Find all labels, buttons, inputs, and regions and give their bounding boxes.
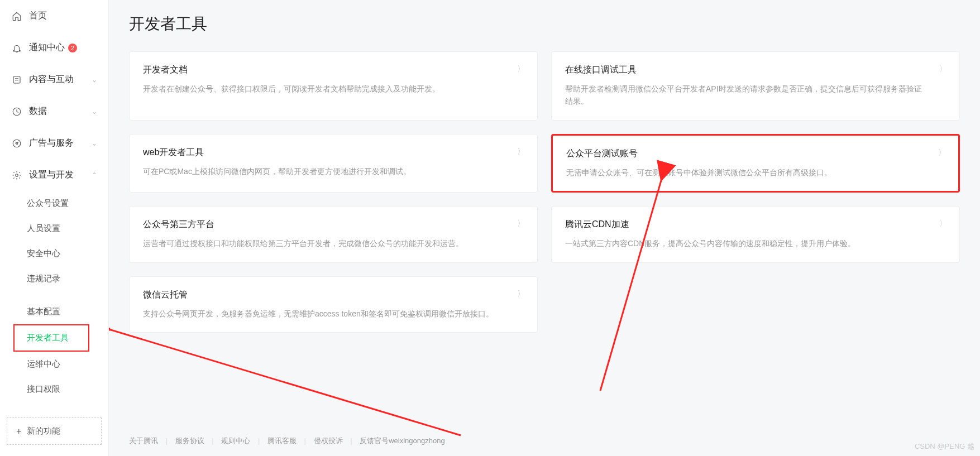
card-desc: 可在PC或Mac上模拟访问微信内网页，帮助开发者更方便地进行开发和调试。	[143, 165, 504, 177]
chevron-right-icon: 〉	[939, 219, 947, 229]
home-icon	[11, 11, 22, 22]
sub-api-permissions[interactable]: 接口权限	[27, 377, 108, 402]
card-test-account[interactable]: 公众平台测试账号 无需申请公众账号、可在测试账号中体验并测试微信公众平台所有高级…	[551, 134, 960, 193]
chevron-right-icon: 〉	[517, 219, 525, 229]
chevron-up-icon: ⌃	[92, 171, 97, 179]
sidebar: 首页 通知中心 2 内容与互动 ⌄ 数据 ⌄	[0, 0, 109, 456]
card-title: 开发者文档	[143, 64, 504, 76]
card-online-debug[interactable]: 在线接口调试工具 帮助开发者检测调用微信公众平台开发者API时发送的请求参数是否…	[551, 51, 960, 121]
card-title: 微信云托管	[143, 289, 504, 301]
plus-icon: +	[16, 426, 21, 436]
settings-submenu: 公众号设置 人员设置 安全中心 违规记录 基本配置 开发者工具 运维中心 接口权…	[0, 191, 108, 402]
nav-home[interactable]: 首页	[0, 0, 108, 32]
footer-rules[interactable]: 规则中心	[221, 436, 250, 445]
card-title: 公众平台测试账号	[566, 148, 925, 160]
sub-violation-log[interactable]: 违规记录	[27, 266, 108, 291]
nav-content[interactable]: 内容与互动 ⌄	[0, 64, 108, 95]
card-desc: 支持公众号网页开发，免服务器免运维，无需维护access token和签名即可免…	[143, 308, 504, 320]
nav-ads[interactable]: 广告与服务 ⌄	[0, 127, 108, 159]
nav-notify[interactable]: 通知中心 2	[0, 32, 108, 64]
page-title: 开发者工具	[109, 13, 980, 51]
sub-security-center[interactable]: 安全中心	[27, 241, 108, 266]
nav-settings[interactable]: 设置与开发 ⌃	[0, 159, 108, 191]
content-icon	[11, 74, 22, 85]
card-desc: 运营者可通过授权接口和功能权限给第三方平台开发者，完成微信公众号的功能开发和运营…	[143, 237, 504, 249]
chevron-right-icon: 〉	[517, 64, 525, 74]
svg-rect-0	[13, 76, 20, 83]
card-third-party[interactable]: 公众号第三方平台 运营者可通过授权接口和功能权限给第三方平台开发者，完成微信公众…	[129, 206, 538, 262]
new-feature-button[interactable]: + 新的功能	[7, 417, 102, 445]
nav-label: 广告与服务	[29, 137, 74, 149]
svg-point-2	[13, 140, 21, 147]
footer-infringe[interactable]: 侵权投诉	[314, 436, 343, 445]
card-desc: 一站式第三方内容CDN服务，提高公众号内容传输的速度和稳定性，提升用户体验。	[565, 237, 926, 249]
notify-badge: 2	[68, 44, 77, 52]
chevron-down-icon: ⌄	[92, 140, 97, 147]
card-desc: 无需申请公众账号、可在测试账号中体验并测试微信公众平台所有高级接口。	[566, 166, 925, 179]
footer-about[interactable]: 关于腾讯	[129, 436, 158, 445]
chevron-down-icon: ⌄	[92, 76, 97, 84]
card-cloud-hosting[interactable]: 微信云托管 支持公众号网页开发，免服务器免运维，无需维护access token…	[129, 276, 538, 333]
footer-links: 关于腾讯 | 服务协议 | 规则中心 | 腾讯客服 | 侵权投诉 | 反馈官号w…	[129, 436, 445, 446]
chevron-down-icon: ⌄	[92, 108, 97, 116]
gear-icon	[11, 170, 22, 181]
chevron-right-icon: 〉	[938, 148, 946, 158]
card-title: 公众号第三方平台	[143, 219, 504, 231]
card-title: 腾讯云CDN加速	[565, 219, 926, 231]
nav-label: 通知中心	[29, 42, 65, 54]
nav-label: 首页	[29, 10, 47, 22]
card-desc: 帮助开发者检测调用微信公众平台开发者API时发送的请求参数是否正确，提交信息后可…	[565, 83, 926, 108]
nav-label: 内容与互动	[29, 74, 74, 85]
card-title: 在线接口调试工具	[565, 64, 926, 76]
svg-line-4	[109, 329, 461, 435]
svg-point-3	[16, 174, 18, 176]
compass-icon	[11, 138, 22, 149]
sub-ops-center[interactable]: 运维中心	[27, 352, 108, 377]
card-web-devtools[interactable]: web开发者工具 可在PC或Mac上模拟访问微信内网页，帮助开发者更方便地进行开…	[129, 134, 538, 193]
card-developer-docs[interactable]: 开发者文档 开发者在创建公众号、获得接口权限后，可阅读开发者文档帮助完成接入及功…	[129, 51, 538, 121]
clock-icon	[11, 106, 22, 117]
card-title: web开发者工具	[143, 147, 504, 159]
footer-support[interactable]: 腾讯客服	[267, 436, 297, 445]
watermark: CSDN @PENG 越	[915, 441, 974, 452]
chevron-right-icon: 〉	[517, 289, 525, 299]
bell-icon	[11, 42, 22, 54]
main-content: 开发者工具 开发者文档 开发者在创建公众号、获得接口权限后，可阅读开发者文档帮助…	[109, 0, 980, 456]
card-desc: 开发者在创建公众号、获得接口权限后，可阅读开发者文档帮助完成接入及功能开发。	[143, 83, 504, 95]
sub-account-settings[interactable]: 公众号设置	[27, 191, 108, 216]
footer-tos[interactable]: 服务协议	[175, 436, 204, 445]
nav-label: 数据	[29, 105, 47, 117]
sub-developer-tools[interactable]: 开发者工具	[13, 324, 89, 352]
sub-staff-settings[interactable]: 人员设置	[27, 216, 108, 241]
nav-label: 设置与开发	[29, 169, 74, 181]
sub-basic-config[interactable]: 基本配置	[27, 299, 108, 324]
card-cdn[interactable]: 腾讯云CDN加速 一站式第三方内容CDN服务，提高公众号内容传输的速度和稳定性，…	[551, 206, 960, 262]
nav-data[interactable]: 数据 ⌄	[0, 95, 108, 127]
footer-feedback[interactable]: 反馈官号weixingongzhong	[360, 436, 444, 445]
chevron-right-icon: 〉	[517, 147, 525, 157]
new-feature-label: 新的功能	[27, 426, 60, 436]
chevron-right-icon: 〉	[939, 64, 947, 74]
